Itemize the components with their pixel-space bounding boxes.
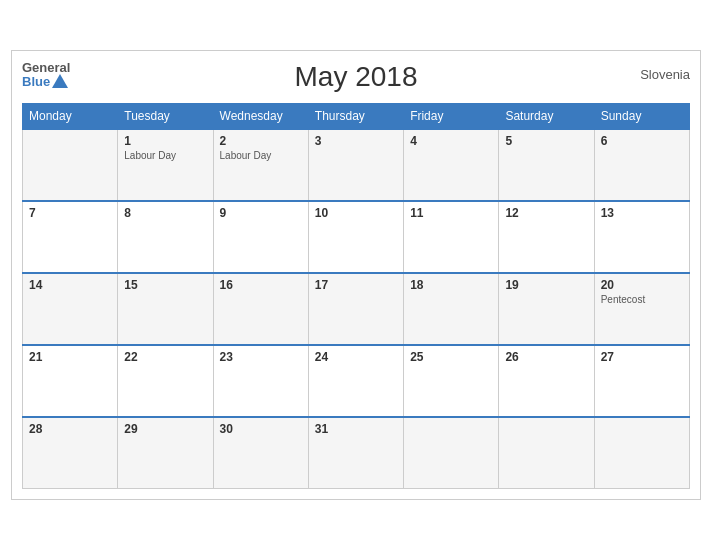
calendar-cell: 4 xyxy=(404,129,499,201)
weekday-header-friday: Friday xyxy=(404,103,499,129)
day-number: 23 xyxy=(220,350,302,364)
calendar-cell: 2Labour Day xyxy=(213,129,308,201)
calendar-cell: 21 xyxy=(23,345,118,417)
weekday-header-tuesday: Tuesday xyxy=(118,103,213,129)
day-number: 26 xyxy=(505,350,587,364)
day-number: 3 xyxy=(315,134,397,148)
day-number: 20 xyxy=(601,278,683,292)
logo-triangle-icon xyxy=(52,74,68,88)
calendar-cell: 3 xyxy=(308,129,403,201)
weekday-header-saturday: Saturday xyxy=(499,103,594,129)
day-number: 31 xyxy=(315,422,397,436)
calendar-cell xyxy=(594,417,689,489)
calendar-cell: 1Labour Day xyxy=(118,129,213,201)
day-number: 10 xyxy=(315,206,397,220)
day-number: 9 xyxy=(220,206,302,220)
calendar-cell: 24 xyxy=(308,345,403,417)
day-number: 12 xyxy=(505,206,587,220)
calendar-cell: 29 xyxy=(118,417,213,489)
day-number: 4 xyxy=(410,134,492,148)
weekday-header-wednesday: Wednesday xyxy=(213,103,308,129)
day-number: 16 xyxy=(220,278,302,292)
calendar-cell: 22 xyxy=(118,345,213,417)
calendar-container: General Blue May 2018 Slovenia MondayTue… xyxy=(11,50,701,501)
calendar-cell: 9 xyxy=(213,201,308,273)
calendar-cell: 7 xyxy=(23,201,118,273)
calendar-cell: 8 xyxy=(118,201,213,273)
calendar-cell xyxy=(23,129,118,201)
calendar-cell: 28 xyxy=(23,417,118,489)
day-number: 29 xyxy=(124,422,206,436)
day-number: 19 xyxy=(505,278,587,292)
calendar-week-row: 1Labour Day2Labour Day3456 xyxy=(23,129,690,201)
calendar-cell: 20Pentecost xyxy=(594,273,689,345)
logo-general-text: General xyxy=(22,61,70,74)
calendar-cell: 6 xyxy=(594,129,689,201)
weekday-header-row: MondayTuesdayWednesdayThursdayFridaySatu… xyxy=(23,103,690,129)
calendar-cell: 25 xyxy=(404,345,499,417)
calendar-title: May 2018 xyxy=(295,61,418,93)
day-number: 17 xyxy=(315,278,397,292)
calendar-cell: 17 xyxy=(308,273,403,345)
calendar-cell: 19 xyxy=(499,273,594,345)
calendar-week-row: 78910111213 xyxy=(23,201,690,273)
day-number: 21 xyxy=(29,350,111,364)
day-number: 28 xyxy=(29,422,111,436)
weekday-header-monday: Monday xyxy=(23,103,118,129)
calendar-cell: 31 xyxy=(308,417,403,489)
calendar-cell: 11 xyxy=(404,201,499,273)
calendar-cell: 30 xyxy=(213,417,308,489)
calendar-cell: 18 xyxy=(404,273,499,345)
calendar-header: General Blue May 2018 Slovenia xyxy=(22,61,690,93)
calendar-cell: 15 xyxy=(118,273,213,345)
day-number: 8 xyxy=(124,206,206,220)
calendar-cell: 12 xyxy=(499,201,594,273)
day-number: 5 xyxy=(505,134,587,148)
calendar-cell xyxy=(404,417,499,489)
calendar-grid: MondayTuesdayWednesdayThursdayFridaySatu… xyxy=(22,103,690,490)
day-number: 18 xyxy=(410,278,492,292)
calendar-cell: 16 xyxy=(213,273,308,345)
calendar-cell: 10 xyxy=(308,201,403,273)
day-event: Labour Day xyxy=(220,150,302,161)
day-number: 25 xyxy=(410,350,492,364)
weekday-header-sunday: Sunday xyxy=(594,103,689,129)
calendar-week-row: 28293031 xyxy=(23,417,690,489)
calendar-cell: 26 xyxy=(499,345,594,417)
day-number: 7 xyxy=(29,206,111,220)
day-number: 1 xyxy=(124,134,206,148)
day-number: 6 xyxy=(601,134,683,148)
calendar-cell: 5 xyxy=(499,129,594,201)
day-number: 13 xyxy=(601,206,683,220)
calendar-cell xyxy=(499,417,594,489)
calendar-cell: 23 xyxy=(213,345,308,417)
day-event: Labour Day xyxy=(124,150,206,161)
calendar-cell: 14 xyxy=(23,273,118,345)
day-number: 22 xyxy=(124,350,206,364)
day-number: 24 xyxy=(315,350,397,364)
weekday-header-thursday: Thursday xyxy=(308,103,403,129)
calendar-cell: 27 xyxy=(594,345,689,417)
day-number: 27 xyxy=(601,350,683,364)
day-number: 30 xyxy=(220,422,302,436)
country-name: Slovenia xyxy=(640,67,690,82)
day-event: Pentecost xyxy=(601,294,683,305)
day-number: 11 xyxy=(410,206,492,220)
logo: General Blue xyxy=(22,61,70,89)
day-number: 2 xyxy=(220,134,302,148)
calendar-week-row: 14151617181920Pentecost xyxy=(23,273,690,345)
day-number: 14 xyxy=(29,278,111,292)
logo-blue-text: Blue xyxy=(22,74,70,89)
day-number: 15 xyxy=(124,278,206,292)
calendar-cell: 13 xyxy=(594,201,689,273)
calendar-week-row: 21222324252627 xyxy=(23,345,690,417)
